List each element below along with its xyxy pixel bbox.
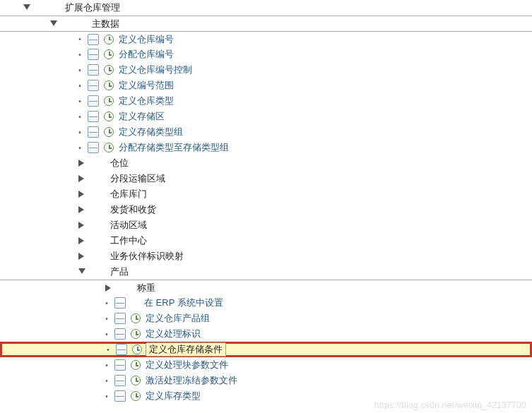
document-icon[interactable] [113,327,127,341]
execute-icon[interactable] [129,327,143,341]
execute-icon[interactable] [102,63,116,77]
document-icon[interactable] [113,373,127,388]
bullet-icon: • [103,388,110,404]
execute-icon[interactable] [102,47,116,61]
tree-node-root[interactable]: 扩展仓库管理 [0,0,532,16]
document-icon[interactable] [86,125,100,139]
svg-marker-10 [105,285,111,292]
tree-label: 活动区域 [109,219,148,232]
tree-node[interactable]: • 定义存储区 [0,109,532,124]
tree-node[interactable]: 仓位 [0,155,532,171]
bullet-icon: • [103,373,110,388]
execute-icon[interactable] [102,109,116,124]
document-icon[interactable] [86,94,100,108]
document-icon[interactable] [86,47,100,61]
tree-label: 定义处理标识 [144,328,202,340]
collapse-toggle-icon[interactable] [76,157,88,169]
tree-node[interactable]: 活动区域 [0,217,532,233]
expand-toggle-icon[interactable] [76,266,88,277]
tree-label: 产品 [109,265,130,278]
tree-node[interactable]: • 定义仓库编号控制 [0,62,532,78]
document-icon[interactable] [86,32,100,47]
execute-icon[interactable] [102,78,116,92]
collapse-toggle-icon[interactable] [103,282,114,294]
collapse-toggle-icon[interactable] [76,235,88,246]
tree-label: 定义仓库存储条件 [146,342,226,357]
document-icon[interactable] [86,63,100,77]
tree-label: 定义仓库产品组 [144,312,211,325]
collapse-toggle-icon[interactable] [76,173,88,184]
bullet-icon: • [76,62,83,78]
tree-label: 定义库存类型 [144,390,202,402]
svg-marker-2 [78,160,84,167]
execute-icon[interactable] [102,94,116,108]
tree-label: 仓位 [109,157,130,169]
collapse-toggle-icon[interactable] [76,204,88,215]
tree-node[interactable]: • 分配仓库编号 [0,47,532,62]
bullet-icon: • [103,326,110,342]
tree-label: 称重 [136,282,157,294]
tree-node-master-data[interactable]: 主数据 [0,16,532,31]
collapse-toggle-icon[interactable] [76,220,88,231]
expand-toggle-icon[interactable] [21,2,32,13]
execute-icon[interactable] [130,342,144,357]
svg-marker-6 [78,222,84,229]
document-icon[interactable] [86,140,100,155]
bullet-icon: • [103,357,110,373]
document-icon[interactable] [113,358,127,372]
bullet-icon: • [103,295,110,311]
document-icon[interactable] [113,311,127,325]
tree-node[interactable]: • 定义存储类型组 [0,124,532,140]
tree-node[interactable]: 称重 [0,280,532,295]
document-icon[interactable] [113,296,127,310]
tree-label: 主数据 [90,18,121,30]
tree-node[interactable]: • 定义处理标识 [0,326,532,342]
document-icon[interactable] [86,109,100,124]
svg-marker-4 [78,191,84,198]
tree-node[interactable]: 业务伙伴标识映射 [0,249,532,264]
bullet-icon: • [76,109,83,124]
tree-label: 分段运输区域 [109,172,167,185]
svg-marker-7 [78,237,84,244]
tree-node[interactable]: • 激活处理冻结参数文件 [0,373,532,388]
document-icon[interactable] [86,78,100,92]
expand-toggle-icon[interactable] [48,18,59,30]
tree-node[interactable]: • 定义仓库编号 [0,31,532,47]
tree-label: 扩展仓库管理 [64,1,122,14]
execute-icon[interactable] [102,32,116,47]
tree-node[interactable]: 分段运输区域 [0,171,532,186]
tree-node-product[interactable]: 产品 [0,264,532,280]
tree-node[interactable]: • 定义仓库产品组 [0,311,532,326]
execute-icon[interactable] [102,140,116,155]
tree-node[interactable]: • 在 ERP 系统中设置 [0,295,532,311]
tree-node[interactable]: • 定义仓库类型 [0,93,532,109]
document-icon[interactable] [114,342,129,357]
tree-label: 定义存储类型组 [117,126,184,138]
tree-label: 工作中心 [109,234,148,247]
tree-node[interactable]: • 定义处理块参数文件 [0,357,532,373]
tree-node[interactable]: 仓库库门 [0,186,532,202]
tree-label: 业务伙伴标识映射 [109,250,185,263]
execute-icon[interactable] [102,125,116,139]
tree-label: 定义仓库类型 [117,95,175,107]
tree-node[interactable]: • 定义编号范围 [0,78,532,93]
svg-marker-5 [78,206,84,213]
tree-label: 分配仓库编号 [117,48,175,61]
tree-node-highlighted[interactable]: • 定义仓库存储条件 [0,342,532,357]
tree-label: 定义存储区 [117,110,166,123]
tree-label: 仓库库门 [109,188,148,200]
document-icon[interactable] [113,389,127,403]
tree-node[interactable]: 工作中心 [0,233,532,249]
execute-icon[interactable] [129,311,143,325]
collapse-toggle-icon[interactable] [76,251,88,262]
tree-node[interactable]: • 分配存储类型至存储类型组 [0,140,532,155]
tree-label: 定义仓库编号 [117,33,175,46]
collapse-toggle-icon[interactable] [76,188,88,200]
bullet-icon: • [103,311,110,326]
bullet-icon: • [105,342,112,357]
execute-icon[interactable] [129,389,143,403]
tree-node[interactable]: 发货和收货 [0,202,532,217]
execute-icon[interactable] [129,373,143,388]
execute-icon[interactable] [129,358,143,372]
tree-label: 在 ERP 系统中设置 [143,297,225,309]
